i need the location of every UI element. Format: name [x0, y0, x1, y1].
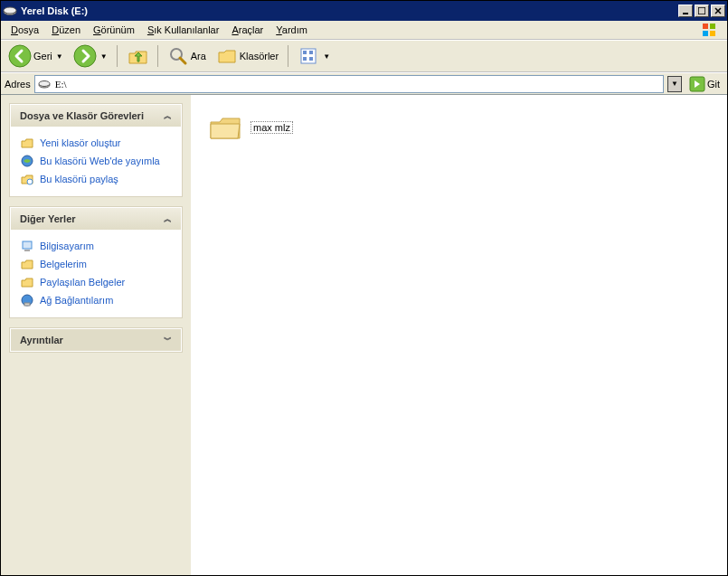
menu-help[interactable]: Yardım: [269, 23, 314, 37]
svg-point-9: [74, 45, 96, 67]
dropdown-arrow-icon: ▼: [100, 52, 108, 61]
search-button[interactable]: Ara: [164, 43, 210, 69]
details-panel: Ayrıntılar ︾: [10, 328, 182, 352]
tasks-title: Dosya ve Klasör Görevleri: [20, 110, 144, 121]
chevron-up-icon: ︽: [164, 213, 172, 225]
sidebar: Dosya ve Klasör Görevleri ︽ Yeni klasör …: [1, 95, 191, 575]
place-network[interactable]: Ağ Bağlantılarım: [20, 291, 172, 309]
maximize-button[interactable]: [695, 5, 709, 17]
place-shared-documents[interactable]: Paylaşılan Belgeler: [20, 273, 172, 291]
places-title: Diğer Yerler: [20, 213, 76, 224]
places-panel-header[interactable]: Diğer Yerler ︽: [11, 208, 181, 230]
menu-tools[interactable]: Araçlar: [225, 23, 269, 37]
dropdown-arrow-icon: ▼: [323, 52, 330, 61]
menu-view[interactable]: Görünüm: [87, 23, 141, 37]
tasks-panel-header[interactable]: Dosya ve Klasör Görevleri ︽: [11, 105, 181, 127]
menu-favorites[interactable]: Sık Kullanılanlar: [141, 23, 226, 37]
dropdown-arrow-icon: ▼: [56, 52, 63, 61]
address-bar: Adres ▼ Git: [1, 72, 727, 94]
svg-rect-12: [303, 51, 307, 54]
menu-edit[interactable]: Düzen: [45, 23, 87, 37]
toolbar-separator: [117, 45, 118, 67]
explorer-window: Yerel Disk (E:) Dosya Düzen Görünüm Sık …: [0, 0, 728, 576]
svg-point-17: [39, 80, 50, 86]
forward-button[interactable]: ▼: [70, 42, 111, 70]
content-area: Dosya ve Klasör Görevleri ︽ Yeni klasör …: [1, 94, 727, 575]
tasks-panel-body: Yeni klasör oluştur Bu klasörü Web'de ya…: [11, 127, 181, 195]
close-button[interactable]: [711, 5, 725, 17]
details-panel-header[interactable]: Ayrıntılar ︾: [11, 329, 181, 351]
places-panel: Diğer Yerler ︽ Bilgisayarım Belgelerim P…: [10, 207, 182, 317]
window-title: Yerel Disk (E:): [21, 5, 676, 16]
svg-rect-4: [703, 24, 708, 29]
search-label: Ara: [191, 51, 206, 61]
windows-logo-icon: [691, 21, 727, 39]
task-new-folder[interactable]: Yeni klasör oluştur: [20, 134, 172, 152]
file-view[interactable]: max mlz: [191, 95, 727, 575]
go-label: Git: [707, 79, 720, 90]
svg-rect-3: [698, 7, 705, 14]
address-dropdown[interactable]: ▼: [667, 76, 682, 92]
places-panel-body: Bilgisayarım Belgelerim Paylaşılan Belge…: [11, 230, 181, 316]
task-publish-web[interactable]: Bu klasörü Web'de yayımla: [20, 152, 172, 170]
folders-label: Klasörler: [240, 51, 279, 61]
svg-rect-7: [710, 31, 715, 36]
folders-button[interactable]: Klasörler: [213, 43, 282, 69]
views-button[interactable]: ▼: [294, 43, 334, 69]
place-my-documents[interactable]: Belgelerim: [20, 255, 172, 273]
minimize-button[interactable]: [678, 5, 693, 17]
toolbar-separator: [288, 45, 288, 67]
drive-icon: [3, 4, 17, 18]
folder-icon: [207, 111, 243, 144]
details-title: Ayrıntılar: [20, 335, 63, 345]
back-label: Geri: [33, 51, 52, 61]
address-input[interactable]: [55, 79, 661, 90]
svg-rect-5: [710, 24, 715, 29]
menu-file[interactable]: Dosya: [5, 23, 45, 37]
menubar: Dosya Düzen Görünüm Sık Kullanılanlar Ar…: [1, 21, 727, 40]
chevron-up-icon: ︽: [164, 110, 172, 122]
svg-point-8: [9, 45, 31, 67]
folder-item[interactable]: max mlz: [207, 111, 293, 144]
folder-label: max mlz: [251, 121, 293, 134]
tasks-panel: Dosya ve Klasör Görevleri ︽ Yeni klasör …: [10, 104, 182, 196]
svg-rect-6: [703, 31, 708, 36]
go-button[interactable]: Git: [685, 76, 723, 92]
svg-rect-21: [23, 241, 32, 249]
titlebar[interactable]: Yerel Disk (E:): [1, 1, 727, 21]
svg-rect-15: [309, 57, 313, 61]
toolbar: Geri ▼ ▼ Ara Klasörler ▼: [1, 40, 727, 72]
svg-rect-2: [683, 13, 688, 14]
chevron-down-icon: ︾: [164, 335, 172, 346]
svg-rect-14: [303, 57, 307, 61]
toolbar-separator: [157, 45, 158, 67]
svg-rect-13: [309, 51, 313, 54]
svg-point-1: [4, 7, 16, 14]
drive-icon: [37, 77, 52, 91]
address-label: Adres: [5, 79, 31, 90]
back-button[interactable]: Geri ▼: [5, 42, 67, 70]
svg-rect-22: [24, 250, 30, 251]
address-field[interactable]: [34, 75, 664, 93]
svg-point-20: [27, 179, 33, 184]
task-share-folder[interactable]: Bu klasörü paylaş: [20, 170, 172, 188]
up-button[interactable]: [123, 43, 152, 69]
svg-rect-24: [24, 303, 30, 306]
place-my-computer[interactable]: Bilgisayarım: [20, 237, 172, 255]
